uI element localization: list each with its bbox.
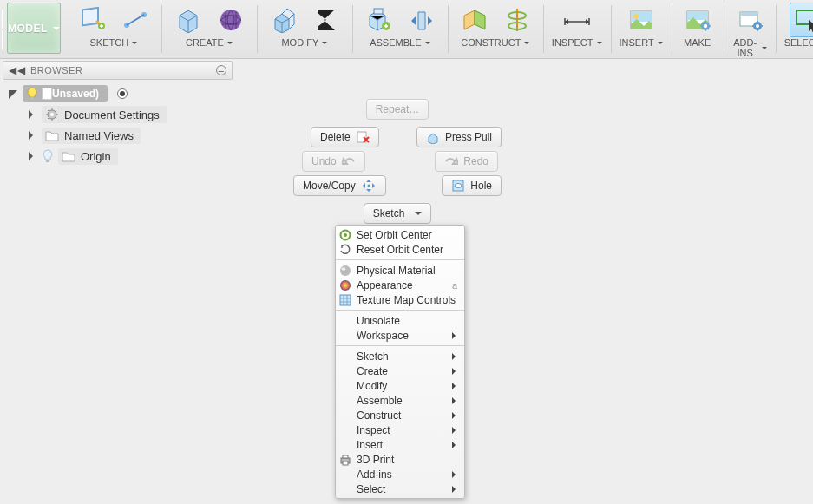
tool-group-select: SELECT: [776, 0, 813, 58]
svg-rect-0: [82, 8, 98, 26]
move-copy-button[interactable]: Move/Copy: [293, 175, 386, 196]
expand-icon[interactable]: [25, 110, 37, 119]
tree-item[interactable]: Document Settings: [42, 106, 167, 123]
workspace-selector[interactable]: MODEL: [7, 3, 61, 54]
dropdown-caret[interactable]: [522, 37, 529, 48]
menu-addins[interactable]: Add-ins: [336, 467, 464, 481]
dropdown-caret[interactable]: [226, 37, 233, 48]
menu-create[interactable]: Create: [336, 363, 464, 378]
menu-inspect[interactable]: Inspect: [336, 422, 464, 437]
lightbulb-off-icon[interactable]: [42, 149, 54, 163]
mi-label: Physical Material: [357, 265, 436, 277]
browser-header[interactable]: ◀◀ BROWSER –: [3, 61, 233, 80]
menu-unisolate[interactable]: Unisolate: [336, 313, 464, 328]
menu-insert[interactable]: Insert: [336, 437, 464, 452]
menu-separator: [336, 259, 464, 260]
mi-label: Set Orbit Center: [357, 229, 432, 241]
mi-label: Unisolate: [357, 315, 400, 327]
mi-label: Create: [357, 365, 388, 377]
folder-icon: [62, 150, 75, 162]
root-document-label: (Unsaved): [49, 88, 99, 100]
press-pull-small-icon: [426, 130, 440, 144]
svg-point-28: [455, 184, 462, 188]
lightbulb-icon[interactable]: [26, 87, 38, 101]
ribbon-grip[interactable]: [0, 0, 5, 58]
select-tool-icon[interactable]: [790, 3, 813, 37]
dropdown-caret[interactable]: [760, 43, 767, 53]
active-radio-icon[interactable]: [117, 88, 128, 99]
svg-rect-36: [343, 455, 348, 458]
3d-print-icon[interactable]: [680, 3, 715, 37]
mi-label: Sketch: [357, 350, 389, 363]
repeat-label: Repeat…: [376, 103, 420, 115]
menu-appearance[interactable]: Appearance a: [336, 278, 464, 292]
sketch-dropdown-button[interactable]: Sketch: [364, 203, 432, 224]
tool-label-construct: CONSTRUCT: [461, 37, 521, 48]
mi-label: Inspect: [357, 424, 390, 436]
tree-item[interactable]: Named Views: [42, 128, 141, 144]
submenu-arrow-icon: [452, 383, 459, 389]
menu-workspace[interactable]: Workspace: [336, 328, 464, 343]
tree-row-named-views[interactable]: Named Views: [3, 125, 233, 146]
expand-icon[interactable]: [25, 131, 37, 140]
tree-row-origin[interactable]: Origin: [3, 146, 233, 167]
menu-construct[interactable]: Construct: [336, 408, 464, 422]
orbit-reset-icon: [338, 243, 352, 257]
tree-row-document-settings[interactable]: Document Settings: [3, 104, 233, 125]
chevron-down-icon: [410, 207, 422, 219]
submenu-arrow-icon: [452, 368, 459, 375]
menu-assemble[interactable]: Assemble: [336, 393, 464, 408]
joint-icon[interactable]: [404, 3, 439, 37]
line-tool-icon[interactable]: [118, 3, 153, 37]
expand-collapse-icon[interactable]: [6, 89, 18, 98]
browser-title: BROWSER: [30, 65, 82, 75]
dropdown-caret[interactable]: [423, 37, 430, 48]
menu-3d-print[interactable]: 3D Print: [336, 452, 464, 467]
svg-point-4: [220, 10, 241, 30]
tree-root-row[interactable]: (Unsaved): [3, 83, 233, 104]
addins-icon[interactable]: [732, 3, 767, 37]
redo-button: Redo: [435, 151, 498, 172]
dropdown-caret[interactable]: [130, 37, 137, 48]
mi-label: 3D Print: [357, 454, 394, 466]
marking-menu: Repeat… Delete Press Pull Undo Redo Move…: [293, 98, 502, 226]
menu-select[interactable]: Select: [336, 481, 464, 496]
offset-plane-icon[interactable]: [456, 3, 491, 37]
root-document-pill[interactable]: (Unsaved): [23, 85, 108, 102]
expand-icon[interactable]: [25, 152, 37, 160]
axis-icon[interactable]: [500, 3, 534, 37]
tool-group-insert: INSERT: [611, 0, 672, 58]
gear-icon: [45, 108, 59, 121]
new-component-icon[interactable]: [361, 3, 396, 37]
delete-button[interactable]: Delete: [311, 127, 379, 147]
press-pull-icon[interactable]: [266, 3, 300, 37]
tool-group-sketch: SKETCH: [66, 0, 161, 58]
dropdown-caret[interactable]: [595, 37, 602, 48]
svg-point-31: [340, 265, 351, 276]
menu-set-orbit-center[interactable]: Set Orbit Center: [336, 227, 464, 242]
measure-icon[interactable]: [560, 3, 594, 37]
undo-label: Undo: [311, 155, 337, 167]
browser-collapse-icon[interactable]: ◀◀: [9, 64, 25, 76]
press-pull-button[interactable]: Press Pull: [416, 127, 502, 147]
tree-item[interactable]: Origin: [58, 148, 118, 165]
sigma-icon[interactable]: [309, 3, 344, 37]
browser-minimize-icon[interactable]: –: [216, 65, 226, 75]
menu-modify[interactable]: Modify: [336, 378, 464, 393]
menu-sketch[interactable]: Sketch: [336, 349, 464, 363]
svg-rect-21: [30, 97, 34, 100]
menu-texture-map[interactable]: Texture Map Controls: [336, 292, 464, 307]
form-tool-icon[interactable]: [213, 3, 248, 37]
insert-image-icon[interactable]: [624, 3, 659, 37]
ribbon-toolbar: MODEL SKETCH CREATE: [0, 0, 813, 59]
mi-label: Add-ins: [357, 468, 392, 481]
new-sketch-icon[interactable]: [75, 3, 109, 37]
press-pull-label: Press Pull: [445, 131, 492, 143]
box-tool-icon[interactable]: [170, 3, 205, 37]
dropdown-caret[interactable]: [656, 37, 663, 48]
dropdown-caret[interactable]: [320, 37, 327, 48]
hole-button[interactable]: Hole: [442, 175, 502, 196]
menu-reset-orbit-center[interactable]: Reset Orbit Center: [336, 242, 464, 257]
menu-physical-material[interactable]: Physical Material: [336, 263, 464, 278]
submenu-arrow-icon: [452, 486, 459, 493]
